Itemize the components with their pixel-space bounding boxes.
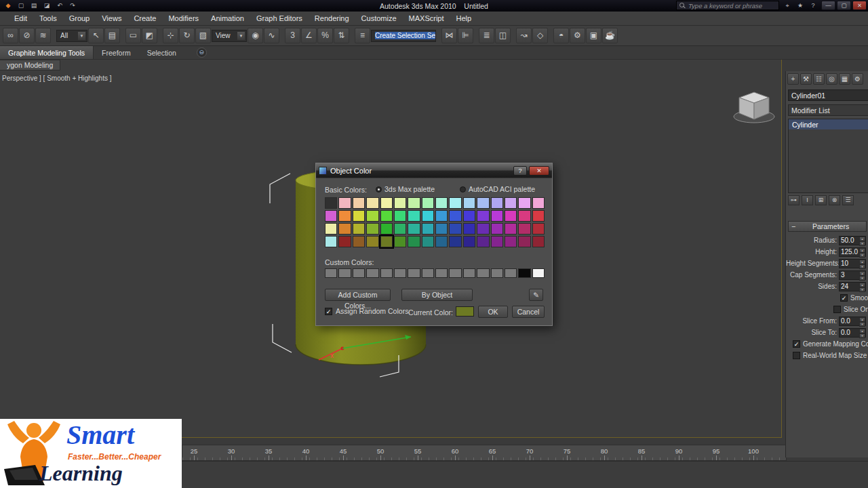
color-swatch[interactable] <box>366 223 378 235</box>
spinner-icon[interactable]: ▲▼ <box>859 260 865 268</box>
configure-modifier-sets-icon[interactable]: ☰ <box>842 195 854 205</box>
menu-maxscript[interactable]: MAXScript <box>403 12 450 25</box>
close-button[interactable]: ✕ <box>852 1 867 10</box>
search-input[interactable]: Type a keyword or phrase <box>676 1 779 10</box>
param-height-segments-field[interactable]: 10▲▼ <box>839 259 866 268</box>
object-name-field[interactable]: Cylinder01 <box>788 89 868 101</box>
color-swatch[interactable] <box>394 236 406 247</box>
color-swatch[interactable] <box>449 236 461 247</box>
color-swatch[interactable] <box>325 197 337 209</box>
color-swatch[interactable] <box>532 197 545 209</box>
add-custom-colors-button[interactable]: Add Custom Colors... <box>325 289 391 301</box>
color-swatch[interactable] <box>366 210 378 222</box>
tab-utilities-icon[interactable]: ⚙ <box>852 73 863 85</box>
tab-display-icon[interactable]: ▦ <box>839 73 850 85</box>
color-swatch[interactable] <box>408 223 420 235</box>
percent-snap-icon[interactable]: % <box>317 28 333 43</box>
custom-color-swatch[interactable] <box>477 268 489 278</box>
unlink-selection-icon[interactable]: ⊘ <box>19 28 35 43</box>
color-swatch[interactable] <box>325 210 337 222</box>
current-color-swatch[interactable] <box>456 306 474 317</box>
color-swatch[interactable] <box>505 236 517 247</box>
menu-rendering[interactable]: Rendering <box>309 12 355 25</box>
search-scope-icon[interactable]: ⌖ <box>782 1 793 10</box>
color-swatch[interactable] <box>338 210 351 222</box>
color-swatch[interactable] <box>408 197 420 209</box>
by-object-button[interactable]: By Object <box>401 289 473 301</box>
color-swatch[interactable] <box>422 210 434 222</box>
color-swatch[interactable] <box>532 210 545 222</box>
menu-views[interactable]: Views <box>96 12 127 25</box>
color-swatch[interactable] <box>338 223 351 235</box>
color-swatch[interactable] <box>380 210 393 222</box>
param-radius-field[interactable]: 50.0▲▼ <box>839 236 866 245</box>
dialog-help-button[interactable]: ? <box>513 166 527 176</box>
align-icon[interactable]: ⊫ <box>458 28 473 43</box>
menu-animation[interactable]: Animation <box>205 12 250 25</box>
app-icon[interactable]: ◆ <box>3 1 14 10</box>
show-end-result-icon[interactable]: I <box>802 195 813 205</box>
color-swatch[interactable] <box>477 236 489 247</box>
bind-to-space-warp-icon[interactable]: ≋ <box>35 28 51 43</box>
select-object-icon[interactable]: ↖ <box>88 28 104 43</box>
cancel-button[interactable]: Cancel <box>512 306 545 318</box>
custom-color-swatch[interactable] <box>380 268 393 278</box>
color-swatch[interactable] <box>325 223 337 235</box>
window-crossing-icon[interactable]: ◩ <box>142 28 157 43</box>
menu-modifiers[interactable]: Modifiers <box>162 12 205 25</box>
color-swatch[interactable] <box>353 223 365 235</box>
custom-color-swatch[interactable] <box>408 268 420 278</box>
rectangular-selection-icon[interactable]: ▭ <box>125 28 141 43</box>
color-swatch[interactable] <box>518 223 530 235</box>
custom-color-swatch[interactable] <box>353 268 365 278</box>
spinner-icon[interactable]: ▲▼ <box>859 317 865 325</box>
color-swatch[interactable] <box>435 236 448 247</box>
tab-hierarchy-icon[interactable]: ☷ <box>813 73 825 85</box>
spinner-up-icon[interactable]: ▲ <box>859 271 865 276</box>
color-swatch[interactable] <box>394 223 406 235</box>
custom-color-swatch[interactable] <box>463 268 475 278</box>
color-swatch[interactable] <box>449 197 461 209</box>
color-swatch[interactable] <box>435 197 448 209</box>
parameters-rollout[interactable]: − Parameters <box>788 221 867 232</box>
menu-edit[interactable]: Edit <box>8 12 33 25</box>
spinner-icon[interactable]: ▲▼ <box>859 237 865 245</box>
favorites-icon[interactable]: ★ <box>795 1 806 10</box>
color-swatch[interactable] <box>408 210 420 222</box>
color-swatch[interactable] <box>491 236 503 247</box>
material-editor-icon[interactable]: ◓ <box>553 28 569 43</box>
spinner-down-icon[interactable]: ▼ <box>859 253 865 258</box>
param-sides-field[interactable]: 24▲▼ <box>839 282 866 291</box>
use-pivot-center-icon[interactable]: ◉ <box>248 28 263 43</box>
real-world-checkbox[interactable]: Real-World Map Size <box>793 350 868 361</box>
select-and-move-icon[interactable]: ⊹ <box>163 28 178 43</box>
color-swatch[interactable] <box>325 236 337 247</box>
color-swatch[interactable] <box>532 236 545 247</box>
color-swatch[interactable] <box>463 236 475 247</box>
custom-color-swatch[interactable] <box>532 268 545 278</box>
menu-tools[interactable]: Tools <box>33 12 63 25</box>
param-cap-segments-field[interactable]: 3▲▼ <box>839 270 866 280</box>
make-unique-icon[interactable]: ⊞ <box>815 195 827 205</box>
custom-color-swatch[interactable] <box>338 268 351 278</box>
menu-group[interactable]: Group <box>63 12 96 25</box>
timeline-ruler[interactable]: 253035404550556065707580859095100 <box>182 445 787 461</box>
color-swatch[interactable] <box>435 223 448 235</box>
radio-3dsmax-palette[interactable]: 3ds Max palette <box>376 185 435 193</box>
param-slice-to-field[interactable]: 0.0▲▼ <box>839 328 866 338</box>
color-swatch[interactable] <box>353 210 365 222</box>
open-file-icon[interactable]: ▤ <box>28 1 39 10</box>
render-production-icon[interactable]: ☕ <box>602 28 618 43</box>
spinner-up-icon[interactable]: ▲ <box>859 248 865 253</box>
menu-help[interactable]: Help <box>450 12 478 25</box>
color-swatch[interactable] <box>518 236 530 247</box>
color-swatch[interactable] <box>491 197 503 209</box>
edit-named-selections-icon[interactable]: ≡ <box>355 28 370 43</box>
ribbon-minimize-icon[interactable]: ⊖ <box>197 47 207 58</box>
spinner-down-icon[interactable]: ▼ <box>859 322 865 327</box>
assign-random-colors-checkbox[interactable]: ✓ Assign Random Colors <box>325 307 408 315</box>
spinner-up-icon[interactable]: ▲ <box>859 317 865 322</box>
color-swatch[interactable] <box>532 223 545 235</box>
color-swatch[interactable] <box>366 197 378 209</box>
spinner-up-icon[interactable]: ▲ <box>859 237 865 241</box>
